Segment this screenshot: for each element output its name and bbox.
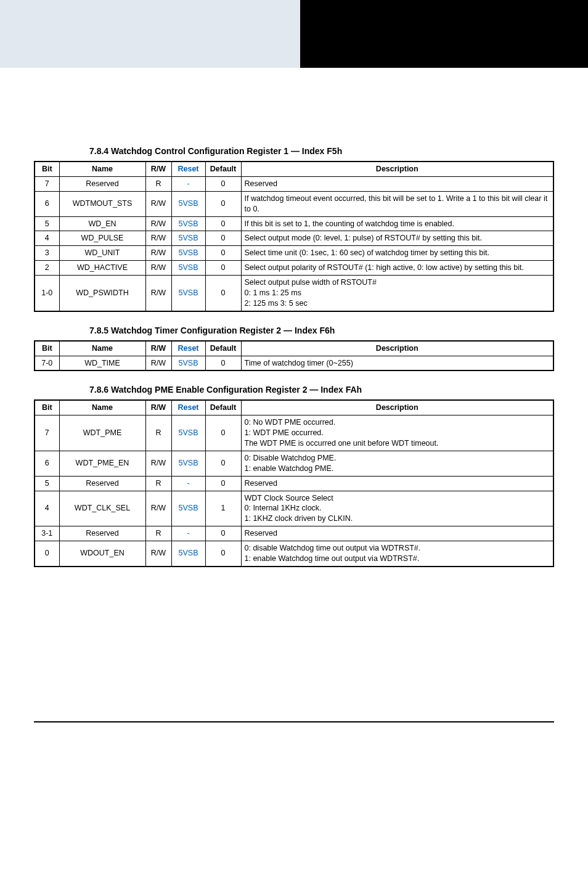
- cell-description: Select time unit (0: 1sec, 1: 60 sec) of…: [241, 246, 553, 261]
- cell-bit: 6: [35, 191, 59, 216]
- cell-bit: 3: [35, 246, 59, 261]
- cell-reset: 5VSB: [171, 191, 205, 216]
- col-description: Description: [241, 400, 553, 415]
- cell-name: Reserved: [59, 476, 145, 491]
- cell-description: Time of watchdog timer (0~255): [241, 356, 553, 370]
- cell-description: If this bit is set to 1, the counting of…: [241, 216, 553, 231]
- cell-default: 1: [205, 491, 241, 526]
- cell-default: 0: [205, 276, 241, 311]
- section-title-3: 7.8.6 Watchdog PME Enable Configuration …: [89, 385, 554, 395]
- col-default: Default: [205, 341, 241, 356]
- table-row: 2WD_HACTIVER/W5VSB0Select output polarit…: [35, 261, 553, 276]
- table-body-1: 7ReservedR-0Reserved6WDTMOUT_STSR/W5VSB0…: [35, 176, 553, 311]
- table-body-3: 7WDT_PMER5VSB00: No WDT PME occurred. 1:…: [35, 415, 553, 567]
- section-title-2: 7.8.5 Watchdog Timer Configuration Regis…: [89, 325, 554, 335]
- table-row: 7-0WD_TIMER/W5VSB0Time of watchdog timer…: [35, 356, 553, 370]
- page-content: 7.8.4 Watchdog Control Configuration Reg…: [0, 68, 588, 592]
- cell-name: WD_EN: [59, 216, 145, 231]
- col-bit: Bit: [35, 341, 59, 356]
- cell-bit: 0: [35, 541, 59, 567]
- table-row: 1-0WD_PSWIDTHR/W5VSB0Select output pulse…: [35, 276, 553, 311]
- cell-name: WDTMOUT_STS: [59, 191, 145, 216]
- cell-reset: 5VSB: [171, 451, 205, 476]
- cell-name: WD_TIME: [59, 356, 145, 370]
- col-name: Name: [59, 400, 145, 415]
- cell-bit: 3-1: [35, 526, 59, 541]
- col-reset: Reset: [171, 341, 205, 356]
- cell-reset: 5VSB: [171, 356, 205, 370]
- col-description: Description: [241, 341, 553, 356]
- table-row: 5ReservedR-0Reserved: [35, 476, 553, 491]
- cell-description: Reserved: [241, 476, 553, 491]
- cell-description: Select output mode (0: level, 1: pulse) …: [241, 231, 553, 246]
- register-table-2: Bit Name R/W Reset Default Description 7…: [34, 340, 554, 372]
- cell-name: WD_PULSE: [59, 231, 145, 246]
- register-table-3: Bit Name R/W Reset Default Description 7…: [34, 399, 554, 567]
- col-default: Default: [205, 400, 241, 415]
- cell-description: Reserved: [241, 176, 553, 191]
- register-table-1: Bit Name R/W Reset Default Description 7…: [34, 161, 554, 312]
- table-row: 3WD_UNITR/W5VSB0Select time unit (0: 1se…: [35, 246, 553, 261]
- cell-reset: 5VSB: [171, 216, 205, 231]
- cell-description: 0: No WDT PME occurred. 1: WDT PME occur…: [241, 415, 553, 451]
- col-description: Description: [241, 162, 553, 176]
- section-title-1: 7.8.4 Watchdog Control Configuration Reg…: [89, 146, 554, 156]
- cell-reset: 5VSB: [171, 415, 205, 451]
- col-bit: Bit: [35, 400, 59, 415]
- cell-default: 0: [205, 356, 241, 370]
- table-row: 7ReservedR-0Reserved: [35, 176, 553, 191]
- table-row: 7WDT_PMER5VSB00: No WDT PME occurred. 1:…: [35, 415, 553, 451]
- table-row: 5WD_ENR/W5VSB0If this bit is set to 1, t…: [35, 216, 553, 231]
- cell-name: WD_PSWIDTH: [59, 276, 145, 311]
- cell-rw: R/W: [145, 356, 171, 370]
- cell-default: 0: [205, 176, 241, 191]
- cell-name: WD_UNIT: [59, 246, 145, 261]
- cell-rw: R/W: [145, 231, 171, 246]
- cell-bit: 1-0: [35, 276, 59, 311]
- col-name: Name: [59, 162, 145, 176]
- cell-rw: R/W: [145, 491, 171, 526]
- cell-name: WDT_PME_EN: [59, 451, 145, 476]
- cell-rw: R/W: [145, 541, 171, 567]
- cell-rw: R/W: [145, 261, 171, 276]
- cell-default: 0: [205, 451, 241, 476]
- cell-bit: 7-0: [35, 356, 59, 370]
- col-name: Name: [59, 341, 145, 356]
- col-rw: R/W: [145, 341, 171, 356]
- table-row: 4WD_PULSER/W5VSB0Select output mode (0: …: [35, 231, 553, 246]
- cell-rw: R: [145, 415, 171, 451]
- cell-default: 0: [205, 191, 241, 216]
- cell-bit: 2: [35, 261, 59, 276]
- cell-bit: 4: [35, 491, 59, 526]
- cell-rw: R: [145, 476, 171, 491]
- table-row: 6WDTMOUT_STSR/W5VSB0If watchdog timeout …: [35, 191, 553, 216]
- cell-default: 0: [205, 261, 241, 276]
- cell-bit: 5: [35, 476, 59, 491]
- cell-reset: 5VSB: [171, 491, 205, 526]
- cell-description: WDT Clock Source Select 0: Internal 1KHz…: [241, 491, 553, 526]
- cell-bit: 5: [35, 216, 59, 231]
- col-default: Default: [205, 162, 241, 176]
- cell-default: 0: [205, 415, 241, 451]
- col-reset: Reset: [171, 162, 205, 176]
- table-header-row: Bit Name R/W Reset Default Description: [35, 341, 553, 356]
- cell-reset: -: [171, 476, 205, 491]
- cell-name: WDT_CLK_SEL: [59, 491, 145, 526]
- cell-rw: R/W: [145, 216, 171, 231]
- cell-default: 0: [205, 541, 241, 567]
- cell-reset: 5VSB: [171, 541, 205, 567]
- cell-description: Select output pulse width of RSTOUT# 0: …: [241, 276, 553, 311]
- table-row: 4WDT_CLK_SELR/W5VSB1WDT Clock Source Sel…: [35, 491, 553, 526]
- cell-name: WDT_PME: [59, 415, 145, 451]
- table-header-row: Bit Name R/W Reset Default Description: [35, 162, 553, 176]
- cell-bit: 4: [35, 231, 59, 246]
- cell-default: 0: [205, 246, 241, 261]
- cell-bit: 7: [35, 176, 59, 191]
- footer-divider: [34, 721, 554, 723]
- cell-reset: -: [171, 526, 205, 541]
- cell-bit: 6: [35, 451, 59, 476]
- cell-rw: R/W: [145, 276, 171, 311]
- cell-default: 0: [205, 231, 241, 246]
- table-row: 3-1ReservedR-0Reserved: [35, 526, 553, 541]
- cell-reset: 5VSB: [171, 261, 205, 276]
